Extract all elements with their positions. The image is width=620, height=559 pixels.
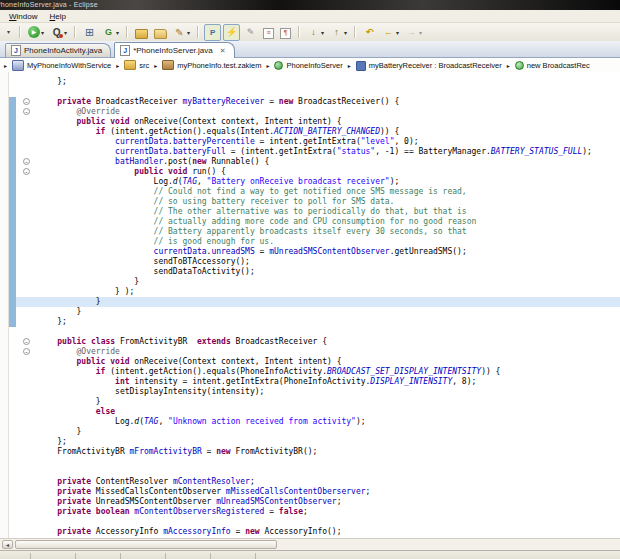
annotation-ruler[interactable] xyxy=(0,72,9,538)
code-line[interactable]: if (intent.getAction().equals(PhoneInfoA… xyxy=(16,367,620,377)
breadcrumb-item[interactable]: PhoneInfoServer xyxy=(274,61,342,70)
back-button[interactable]: ←▾ xyxy=(380,24,401,41)
breadcrumb-item[interactable]: myPhoneInfo.test.zakiem xyxy=(162,60,261,70)
code-editor[interactable]: }; private BroadcastReceiver myBatteryRe… xyxy=(0,72,620,538)
code-line[interactable]: // The other alternative was to periodic… xyxy=(16,207,620,217)
code-line[interactable]: } xyxy=(16,277,620,287)
folding-ruler[interactable]: ------ xyxy=(20,72,36,538)
code-line[interactable]: }; xyxy=(16,437,620,447)
open-type-button[interactable]: G▾ xyxy=(100,24,121,41)
fold-collapse-icon[interactable]: - xyxy=(23,108,30,115)
dropdown-arrow-icon[interactable]: ▾ xyxy=(41,29,44,36)
brush-button[interactable]: ✎▾ xyxy=(171,24,192,41)
code-line[interactable]: private BroadcastReceiver myBatteryRecei… xyxy=(16,97,620,107)
code-line[interactable]: currentData.batteryPercentile = intent.g… xyxy=(16,137,620,147)
code-line[interactable]: currentData.unreadSMS = mUnreadSMSConten… xyxy=(16,247,620,257)
dropdown-arrow-icon[interactable]: ▾ xyxy=(321,29,324,36)
toolbar-separator xyxy=(197,26,199,38)
menu-help[interactable]: Help xyxy=(49,12,65,21)
breadcrumb-item[interactable]: MyPhoneInfoWithService xyxy=(12,60,111,71)
code-line[interactable]: private boolean mContentObserversRegiste… xyxy=(16,507,620,517)
pencil-button[interactable]: ✎ xyxy=(242,24,259,41)
code-line[interactable] xyxy=(16,467,620,477)
dropdown-arrow-icon[interactable]: ▾ xyxy=(396,29,399,36)
mark-occurrences-toggle[interactable]: ⚡ xyxy=(223,24,240,41)
code-area[interactable]: }; private BroadcastReceiver myBatteryRe… xyxy=(0,72,620,537)
code-line[interactable]: public class FromActivityBR extends Broa… xyxy=(16,337,620,347)
close-icon[interactable]: ✕ xyxy=(220,47,226,55)
new-project-button[interactable]: ⊞ xyxy=(81,24,98,41)
code-line[interactable]: } xyxy=(16,297,620,307)
marker-button-2[interactable]: ¶ xyxy=(278,24,293,41)
code-line[interactable]: if (intent.getAction().equals(Intent.ACT… xyxy=(16,127,620,137)
code-line[interactable]: setDisplayIntensity(intensity); xyxy=(16,387,620,397)
fold-collapse-icon[interactable]: - xyxy=(23,168,30,175)
run-button[interactable]: ▶▾ xyxy=(26,24,46,41)
code-line[interactable]: batHandler.post(new Runnable() { xyxy=(16,157,620,167)
marker-button-1[interactable]: ≡ xyxy=(261,24,276,41)
code-line[interactable] xyxy=(16,517,620,527)
breadcrumb-item[interactable]: myBatteryReceiver : BroadcastReceiver xyxy=(356,60,502,71)
code-line[interactable]: // Could not find a way to get notified … xyxy=(16,187,620,197)
code-line[interactable]: sendToBTAccessory(); xyxy=(16,257,620,267)
dropdown-arrow-icon[interactable]: ▾ xyxy=(419,29,422,36)
code-line[interactable]: public void onReceive(Context context, I… xyxy=(16,117,620,127)
last-edit-location-button[interactable]: ↶ xyxy=(361,24,378,41)
code-line[interactable]: private AccessoryInfo mAccessoryInfo = n… xyxy=(16,527,620,537)
source-toggle-button[interactable]: P xyxy=(204,24,221,41)
fold-collapse-icon[interactable]: - xyxy=(23,158,30,165)
up-arrow-icon: ↑ xyxy=(330,26,343,39)
code-line[interactable]: public void onReceive(Context context, I… xyxy=(16,357,620,367)
breadcrumb-item[interactable]: src xyxy=(124,60,149,70)
code-line[interactable]: @Override xyxy=(16,107,620,117)
breadcrumb-expand-icon[interactable]: ▸ xyxy=(4,62,7,69)
code-line[interactable]: sendDataToActivity(); xyxy=(16,267,620,277)
code-line[interactable]: Log.d(TAG, "Unknown action received from… xyxy=(16,417,620,427)
code-line[interactable] xyxy=(16,457,620,467)
scroll-left-button[interactable]: ◂ xyxy=(2,540,13,549)
code-line[interactable] xyxy=(16,327,620,337)
horizontal-scrollbar[interactable]: ◂ xyxy=(0,538,620,550)
code-line[interactable]: // Battery apparently broadcasts itself … xyxy=(16,227,620,237)
code-line[interactable]: @Override xyxy=(16,347,620,357)
code-line[interactable] xyxy=(16,87,620,97)
code-line[interactable]: int intensity = intent.getIntExtra(Phone… xyxy=(16,377,620,387)
next-annotation-button[interactable]: ↓▾ xyxy=(305,24,326,41)
menu-window[interactable]: Window xyxy=(9,12,37,21)
code-line[interactable]: } xyxy=(16,397,620,407)
dropdown-arrow-icon[interactable]: ▾ xyxy=(64,29,67,36)
fold-collapse-icon[interactable]: - xyxy=(23,348,30,355)
code-line[interactable]: }; xyxy=(16,317,620,327)
code-line[interactable]: FromActivityBR mFromActivityBR = new Fro… xyxy=(16,447,620,457)
breadcrumb-item[interactable]: new BroadcastRec xyxy=(515,61,590,70)
forward-button[interactable]: →▾ xyxy=(403,24,424,41)
code-line[interactable]: }; xyxy=(16,77,620,87)
import-folder-button[interactable] xyxy=(152,24,169,41)
code-line[interactable]: currentData.batteryFull = (intent.getInt… xyxy=(16,147,620,157)
code-line[interactable]: } ); xyxy=(16,287,620,297)
toolbar-overflow-button[interactable]: ▾ xyxy=(3,24,14,41)
code-line[interactable]: private ContentResolver mContentResolver… xyxy=(16,477,620,487)
scrollbar-thumb[interactable] xyxy=(15,540,277,549)
code-line[interactable]: private MissedCallsContentObserver mMiss… xyxy=(16,487,620,497)
fold-collapse-icon[interactable]: - xyxy=(23,98,30,105)
tab-phoneinfoserver-java[interactable]: J*PhoneInfoServer.java✕ xyxy=(114,42,234,58)
dropdown-arrow-icon[interactable]: ▾ xyxy=(344,29,347,36)
back-arrow-icon: ← xyxy=(382,26,395,39)
code-line[interactable]: // is good enough for us. xyxy=(16,237,620,247)
code-line[interactable]: } xyxy=(16,427,620,437)
code-line[interactable]: else xyxy=(16,407,620,417)
open-folder-button[interactable] xyxy=(133,24,150,41)
dropdown-arrow-icon[interactable]: ▾ xyxy=(116,29,119,36)
code-line[interactable]: // so using battery receiver to poll for… xyxy=(16,197,620,207)
code-line[interactable]: } xyxy=(16,307,620,317)
external-tools-button[interactable]: Q▾ xyxy=(48,24,69,41)
code-line[interactable]: // actually adding more code and CPU con… xyxy=(16,217,620,227)
code-line[interactable]: Log.d(TAG, "Battery onReceive broadcast … xyxy=(16,177,620,187)
dropdown-arrow-icon[interactable]: ▾ xyxy=(187,29,190,36)
fold-collapse-icon[interactable]: - xyxy=(23,338,30,345)
code-line[interactable]: private UnreadSMSContentObserver mUnread… xyxy=(16,497,620,507)
code-line[interactable]: public void run() { xyxy=(16,167,620,177)
previous-annotation-button[interactable]: ↑▾ xyxy=(328,24,349,41)
tab-phoneinfoactivity-java[interactable]: JPhoneInfoActivity.java xyxy=(5,43,111,57)
